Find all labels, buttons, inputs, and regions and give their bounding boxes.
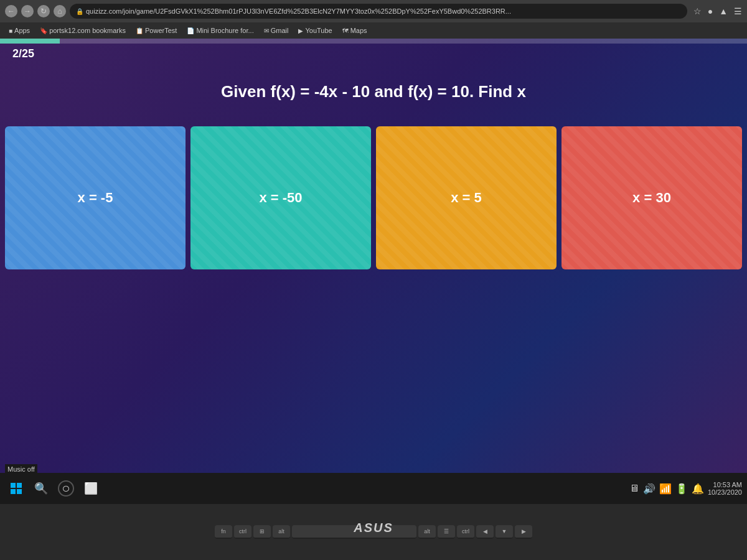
bookmark-star-icon[interactable]: ☆	[693, 6, 702, 16]
volume-tray-icon[interactable]: 🔊	[643, 483, 655, 495]
key-menu[interactable]: ☰	[438, 525, 455, 539]
answer-card-2[interactable]: x = -50	[190, 126, 371, 269]
gmail-icon: ✉	[264, 27, 269, 34]
url-text: quizizz.com/join/game/U2FsdGVkX1%252Bhm0…	[86, 7, 511, 15]
key-ctrl[interactable]: ctrl	[234, 525, 251, 539]
notification-tray-icon[interactable]: 🔔	[692, 483, 704, 495]
svg-rect-2	[11, 489, 16, 494]
answer-label-3: x = 5	[451, 190, 482, 206]
system-clock[interactable]: 10:53 AM 10/23/2020	[708, 481, 742, 496]
quiz-container: 2/25 Given f(x) = -4x - 10 and f(x) = 10…	[0, 39, 747, 504]
question-counter: 2/25	[12, 47, 34, 60]
bookmark-maps[interactable]: 🗺 Maps	[339, 26, 371, 35]
bookmark-apps[interactable]: ■ Apps	[5, 26, 34, 35]
gmail-label: Gmail	[271, 27, 289, 34]
question-text: Given f(x) = -4x - 10 and f(x) = 10. Fin…	[196, 82, 551, 101]
network-tray-icon[interactable]: 📶	[659, 483, 672, 495]
youtube-icon: ▶	[298, 27, 303, 34]
extensions-icon[interactable]: ●	[708, 6, 713, 16]
apps-icon: ■	[9, 27, 12, 34]
battery-tray-icon[interactable]: 🔋	[675, 483, 688, 495]
back-button[interactable]: ←	[5, 5, 17, 17]
account-icon[interactable]: ▲	[719, 6, 728, 16]
bookmark-youtube[interactable]: ▶ YouTube	[294, 26, 336, 35]
keyboard-area: ASUS fn ctrl ⊞ alt alt ☰ ctrl ◀ ▼ ▶	[0, 504, 747, 560]
powertest-label: PowerTest	[145, 27, 177, 34]
menu-icon[interactable]: ☰	[734, 6, 742, 16]
key-win[interactable]: ⊞	[253, 525, 271, 539]
clock-date: 10/23/2020	[708, 488, 742, 496]
answer-label-2: x = -50	[259, 190, 302, 206]
address-bar[interactable]: 🔒 quizizz.com/join/game/U2FsdGVkX1%252Bh…	[70, 4, 687, 19]
apps-label: Apps	[14, 27, 30, 34]
clock-time: 10:53 AM	[713, 481, 742, 488]
windows-start-button[interactable]	[5, 477, 27, 500]
home-button[interactable]: ⌂	[54, 5, 66, 17]
key-alt[interactable]: alt	[273, 525, 290, 539]
brochure-label: Mini Brochure for...	[196, 27, 253, 34]
svg-rect-0	[11, 483, 16, 488]
forward-button[interactable]: →	[21, 5, 34, 17]
svg-rect-1	[17, 483, 22, 488]
task-view-button[interactable]: ⬜	[80, 477, 102, 500]
progress-bar-fill	[0, 39, 60, 44]
key-left[interactable]: ◀	[476, 525, 494, 539]
youtube-label: YouTube	[305, 27, 332, 34]
key-ctrl-r[interactable]: ctrl	[457, 525, 474, 539]
maps-icon: 🗺	[342, 27, 349, 34]
lock-icon: 🔒	[76, 8, 83, 15]
search-taskbar-icon: 🔍	[34, 482, 48, 495]
answer-card-1[interactable]: x = -5	[5, 126, 186, 269]
bookmarks-bar: ■ Apps 🔖 portsk12.com bookmarks 📋 PowerT…	[0, 22, 747, 39]
cortana-button[interactable]: ○	[55, 477, 77, 500]
maps-label: Maps	[350, 27, 367, 34]
search-taskbar-button[interactable]: 🔍	[30, 477, 52, 500]
bookmark-gmail[interactable]: ✉ Gmail	[260, 26, 293, 35]
taskbar-right: 🖥 🔊 📶 🔋 🔔 10:53 AM 10/23/2020	[629, 481, 742, 496]
answer-card-3[interactable]: x = 5	[376, 126, 557, 269]
browser-chrome: ← → ↻ ⌂ 🔒 quizizz.com/join/game/U2FsdGVk…	[0, 0, 747, 39]
bookmark-portsk[interactable]: 🔖 portsk12.com bookmarks	[36, 26, 129, 35]
browser-nav: ← → ↻ ⌂ 🔒 quizizz.com/join/game/U2FsdGVk…	[0, 0, 747, 22]
brochure-icon: 📄	[187, 27, 194, 34]
key-altgr[interactable]: alt	[418, 525, 436, 539]
answer-label-4: x = 30	[632, 190, 671, 206]
refresh-button[interactable]: ↻	[37, 5, 50, 17]
svg-rect-3	[17, 489, 22, 494]
portsk-label: portsk12.com bookmarks	[49, 27, 126, 34]
key-fn[interactable]: fn	[215, 525, 232, 539]
bookmark-powertest[interactable]: 📋 PowerTest	[132, 26, 181, 35]
bookmark-brochure[interactable]: 📄 Mini Brochure for...	[183, 26, 257, 35]
key-down[interactable]: ▼	[496, 525, 513, 539]
task-view-icon: ⬜	[84, 482, 98, 495]
answer-label-1: x = -5	[78, 190, 113, 206]
powertest-icon: 📋	[136, 27, 143, 34]
key-right[interactable]: ▶	[515, 525, 532, 539]
answers-grid: x = -5 x = -50 x = 5 x = 30	[0, 126, 747, 269]
cortana-icon: ○	[58, 480, 74, 497]
taskbar-left: 🔍 ○ ⬜	[5, 477, 102, 500]
progress-bar-container	[0, 39, 747, 44]
monitor-tray-icon[interactable]: 🖥	[629, 483, 639, 494]
asus-logo: ASUS	[354, 521, 393, 535]
answer-card-4[interactable]: x = 30	[561, 126, 742, 269]
taskbar: 🔍 ○ ⬜ 🖥 🔊 📶 🔋 🔔 10:53 AM 10/23/2020	[0, 473, 747, 504]
portsk-icon: 🔖	[40, 27, 47, 34]
